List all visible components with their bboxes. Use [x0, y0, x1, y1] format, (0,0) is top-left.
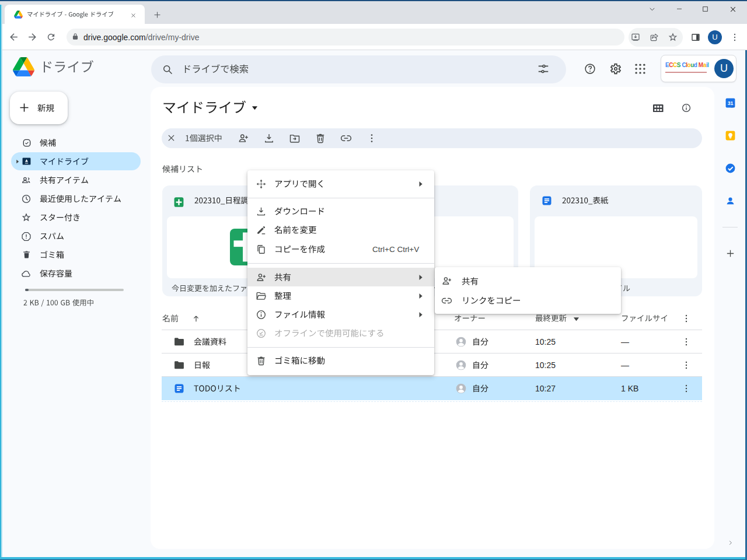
svg-text:31: 31: [728, 100, 734, 106]
